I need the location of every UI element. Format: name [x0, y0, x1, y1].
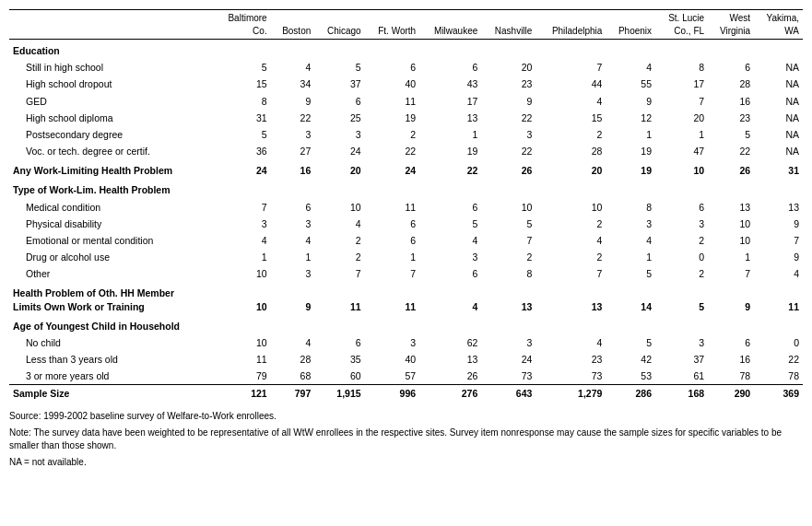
row-label: High school diploma: [9, 110, 215, 126]
data-cell: 27: [271, 143, 315, 159]
data-cell: 16: [708, 93, 754, 110]
data-cell: 3: [365, 334, 420, 351]
data-cell: 22: [419, 159, 481, 179]
data-cell: 20: [481, 59, 535, 76]
data-cell: 6: [314, 334, 364, 351]
data-cell: 1: [708, 249, 754, 265]
col-header-philadelphia: Philadelphia: [535, 10, 606, 40]
section-label: Education: [9, 40, 803, 60]
section-label: Type of Work-Lim. Health Problem: [9, 179, 803, 198]
data-cell: 3: [481, 334, 535, 351]
data-cell: 26: [708, 159, 754, 179]
data-row: Other103776875274: [9, 265, 803, 282]
data-cell: 6: [708, 334, 754, 351]
data-row: 3 or more years old796860572673735361787…: [9, 368, 803, 385]
data-cell: 4: [535, 334, 606, 351]
data-row: Less than 3 years old1128354013242342371…: [9, 351, 803, 368]
sample-size-cell: 1,279: [535, 385, 606, 403]
col-header-baltimore: BaltimoreCo.: [215, 10, 271, 40]
data-cell: 26: [481, 159, 535, 179]
source-note: Source: 1999-2002 baseline survey of Wel…: [9, 410, 803, 423]
data-cell: 13: [419, 110, 481, 126]
section-header-multiline-row: Health Problem of Oth. HH MemberLimits O…: [9, 282, 803, 314]
row-label: Postsecondary degree: [9, 126, 215, 143]
data-cell: 22: [271, 110, 315, 126]
row-label: Voc. or tech. degree or certif.: [9, 143, 215, 159]
data-cell: 73: [535, 368, 606, 385]
data-cell: 44: [535, 76, 606, 92]
data-cell: 57: [365, 368, 420, 385]
sample-size-label: Sample Size: [9, 385, 215, 403]
data-cell: 31: [754, 159, 803, 179]
data-cell: 6: [314, 93, 364, 110]
data-cell: 6: [419, 199, 481, 216]
data-cell: 12: [606, 110, 655, 126]
data-cell: 10: [215, 265, 271, 282]
data-cell: 2: [535, 249, 606, 265]
data-cell: 14: [606, 282, 655, 314]
data-cell: 55: [606, 76, 655, 92]
data-cell: 20: [314, 159, 364, 179]
data-cell: 68: [271, 368, 315, 385]
data-cell: 5: [419, 216, 481, 232]
data-cell: 78: [754, 368, 803, 385]
data-row: Still in high school54566207486NA: [9, 59, 803, 76]
data-cell: 5: [655, 282, 708, 314]
na-note: NA = not available.: [9, 456, 803, 469]
data-cell: 73: [481, 368, 535, 385]
data-cell: 3: [271, 126, 315, 143]
data-cell: 24: [215, 159, 271, 179]
row-label: Physical disability: [9, 216, 215, 232]
row-label: 3 or more years old: [9, 368, 215, 385]
data-cell: 2: [365, 126, 420, 143]
data-cell: 5: [606, 265, 655, 282]
data-cell: 23: [535, 351, 606, 368]
data-cell: 1: [655, 126, 708, 143]
col-header-yakima: Yakima,WA: [754, 10, 803, 40]
data-cell: 6: [419, 265, 481, 282]
data-cell: 36: [215, 143, 271, 159]
data-cell: 53: [606, 368, 655, 385]
data-cell: 34: [271, 76, 315, 92]
data-cell: 4: [271, 59, 315, 76]
data-cell: 3: [655, 216, 708, 232]
data-cell: 7: [708, 265, 754, 282]
data-cell: 17: [655, 76, 708, 92]
data-cell: 10: [708, 232, 754, 249]
data-cell: 1: [606, 126, 655, 143]
sample-size-cell: 643: [481, 385, 535, 403]
data-cell: 9: [708, 282, 754, 314]
data-row: Emotional or mental condition44264744210…: [9, 232, 803, 249]
section-label-multiline: Health Problem of Oth. HH MemberLimits O…: [9, 282, 215, 314]
data-cell: 5: [314, 59, 364, 76]
data-cell: 25: [314, 110, 364, 126]
data-cell: 7: [314, 265, 364, 282]
data-cell: 22: [708, 143, 754, 159]
section-header-row: Any Work-Limiting Health Problem24162024…: [9, 159, 803, 179]
col-header-boston: Boston: [271, 10, 315, 40]
row-label: GED: [9, 93, 215, 110]
row-label: No child: [9, 334, 215, 351]
data-cell: 37: [314, 76, 364, 92]
data-cell: 1: [606, 249, 655, 265]
data-cell: 2: [535, 126, 606, 143]
data-cell: 4: [754, 265, 803, 282]
data-row: High school diploma31222519132215122023N…: [9, 110, 803, 126]
data-cell: 2: [481, 249, 535, 265]
data-cell: 19: [419, 143, 481, 159]
data-cell: 78: [708, 368, 754, 385]
data-cell: 13: [481, 282, 535, 314]
data-cell: 23: [708, 110, 754, 126]
data-cell: 0: [754, 334, 803, 351]
data-cell: 1: [365, 249, 420, 265]
data-cell: 4: [215, 232, 271, 249]
section-header-row: Age of Youngest Child in Household: [9, 315, 803, 334]
data-cell: 11: [365, 93, 420, 110]
col-header-label: [9, 10, 215, 40]
data-cell: 3: [655, 334, 708, 351]
data-cell: 5: [708, 126, 754, 143]
data-cell: 5: [481, 216, 535, 232]
data-cell: 1: [271, 249, 315, 265]
data-cell: 3: [606, 216, 655, 232]
data-cell: NA: [754, 126, 803, 143]
